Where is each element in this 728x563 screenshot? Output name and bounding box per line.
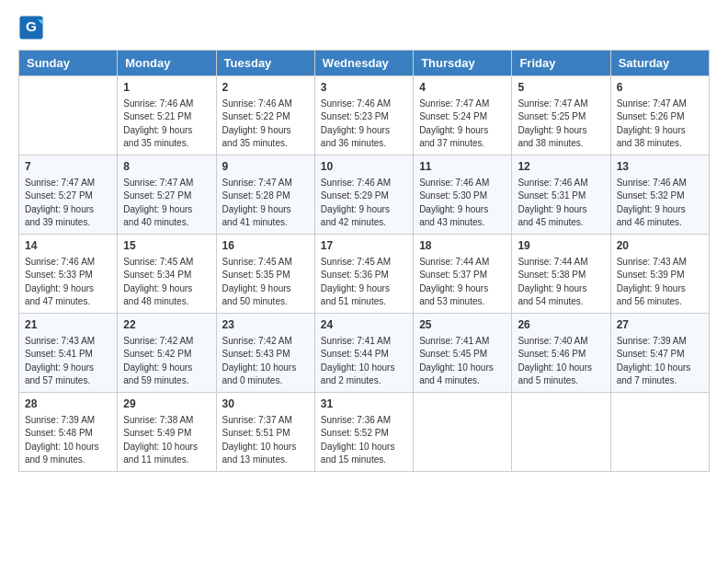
day-number: 30 [222,396,309,412]
day-info: Sunrise: 7:37 AMSunset: 5:51 PMDaylight:… [222,414,309,467]
calendar-body: 1Sunrise: 7:46 AMSunset: 5:21 PMDaylight… [19,76,710,472]
calendar-cell: 17Sunrise: 7:45 AMSunset: 5:36 PMDayligh… [314,235,413,314]
logo: G [18,15,48,40]
calendar-cell: 21Sunrise: 7:43 AMSunset: 5:41 PMDayligh… [19,314,118,393]
day-info: Sunrise: 7:41 AMSunset: 5:45 PMDaylight:… [419,335,506,388]
calendar-cell: 2Sunrise: 7:46 AMSunset: 5:22 PMDaylight… [216,76,314,155]
calendar-cell: 31Sunrise: 7:36 AMSunset: 5:52 PMDayligh… [314,393,413,472]
day-number: 5 [518,80,604,96]
day-number: 14 [25,238,111,254]
day-number: 21 [25,317,111,333]
day-info: Sunrise: 7:46 AMSunset: 5:32 PMDaylight:… [617,177,703,230]
calendar-cell: 12Sunrise: 7:46 AMSunset: 5:31 PMDayligh… [512,155,610,235]
header-thursday: Thursday [414,51,512,76]
day-number: 1 [123,80,210,96]
header-monday: Monday [118,51,216,76]
day-info: Sunrise: 7:44 AMSunset: 5:38 PMDaylight:… [518,256,604,309]
calendar-cell: 8Sunrise: 7:47 AMSunset: 5:27 PMDaylight… [118,155,216,235]
day-number: 26 [518,317,604,333]
week-row-4: 21Sunrise: 7:43 AMSunset: 5:41 PMDayligh… [19,314,710,393]
day-number: 9 [222,159,309,175]
calendar-cell [512,393,610,472]
page: G SundayMondayTuesdayWednesdayThursdayFr… [0,0,728,563]
day-info: Sunrise: 7:47 AMSunset: 5:26 PMDaylight:… [617,98,703,151]
calendar-cell: 3Sunrise: 7:46 AMSunset: 5:23 PMDaylight… [314,76,413,155]
day-info: Sunrise: 7:42 AMSunset: 5:43 PMDaylight:… [222,335,309,388]
day-info: Sunrise: 7:46 AMSunset: 5:21 PMDaylight:… [123,98,210,151]
day-info: Sunrise: 7:41 AMSunset: 5:44 PMDaylight:… [321,335,407,388]
header-tuesday: Tuesday [216,51,314,76]
day-number: 28 [25,396,111,412]
week-row-5: 28Sunrise: 7:39 AMSunset: 5:48 PMDayligh… [19,393,710,472]
day-number: 16 [222,238,309,254]
day-number: 24 [321,317,407,333]
day-info: Sunrise: 7:36 AMSunset: 5:52 PMDaylight:… [321,414,407,467]
calendar-cell: 10Sunrise: 7:46 AMSunset: 5:29 PMDayligh… [314,155,413,235]
header: G [18,15,710,40]
calendar-cell: 5Sunrise: 7:47 AMSunset: 5:25 PMDaylight… [512,76,610,155]
calendar-cell [610,393,709,472]
day-info: Sunrise: 7:45 AMSunset: 5:35 PMDaylight:… [222,256,309,309]
day-info: Sunrise: 7:47 AMSunset: 5:25 PMDaylight:… [518,98,604,151]
day-number: 4 [419,80,506,96]
day-number: 10 [321,159,407,175]
day-number: 13 [617,159,703,175]
day-number: 8 [123,159,210,175]
calendar-cell: 7Sunrise: 7:47 AMSunset: 5:27 PMDaylight… [19,155,118,235]
day-number: 6 [617,80,703,96]
calendar-cell: 9Sunrise: 7:47 AMSunset: 5:28 PMDaylight… [216,155,314,235]
calendar-cell: 26Sunrise: 7:40 AMSunset: 5:46 PMDayligh… [512,314,610,393]
day-number: 11 [419,159,506,175]
calendar-cell: 1Sunrise: 7:46 AMSunset: 5:21 PMDaylight… [118,76,216,155]
day-number: 17 [321,238,407,254]
day-info: Sunrise: 7:42 AMSunset: 5:42 PMDaylight:… [123,335,210,388]
calendar-cell: 11Sunrise: 7:46 AMSunset: 5:30 PMDayligh… [414,155,512,235]
calendar-cell: 14Sunrise: 7:46 AMSunset: 5:33 PMDayligh… [19,235,118,314]
day-number: 12 [518,159,604,175]
calendar-cell: 29Sunrise: 7:38 AMSunset: 5:49 PMDayligh… [118,393,216,472]
calendar-cell: 28Sunrise: 7:39 AMSunset: 5:48 PMDayligh… [19,393,118,472]
calendar-cell: 13Sunrise: 7:46 AMSunset: 5:32 PMDayligh… [610,155,709,235]
day-info: Sunrise: 7:46 AMSunset: 5:22 PMDaylight:… [222,98,309,151]
calendar-cell: 6Sunrise: 7:47 AMSunset: 5:26 PMDaylight… [610,76,709,155]
day-number: 3 [321,80,407,96]
day-info: Sunrise: 7:47 AMSunset: 5:27 PMDaylight:… [25,177,111,230]
day-info: Sunrise: 7:40 AMSunset: 5:46 PMDaylight:… [518,335,604,388]
day-number: 27 [617,317,703,333]
calendar-cell: 19Sunrise: 7:44 AMSunset: 5:38 PMDayligh… [512,235,610,314]
day-number: 25 [419,317,506,333]
day-info: Sunrise: 7:47 AMSunset: 5:24 PMDaylight:… [419,98,506,151]
logo-icon: G [18,15,44,40]
day-info: Sunrise: 7:39 AMSunset: 5:47 PMDaylight:… [617,335,703,388]
calendar-cell [414,393,512,472]
day-info: Sunrise: 7:46 AMSunset: 5:33 PMDaylight:… [25,256,111,309]
calendar-cell: 30Sunrise: 7:37 AMSunset: 5:51 PMDayligh… [216,393,314,472]
header-friday: Friday [512,51,610,76]
calendar-cell: 15Sunrise: 7:45 AMSunset: 5:34 PMDayligh… [118,235,216,314]
day-number: 22 [123,317,210,333]
calendar-cell: 24Sunrise: 7:41 AMSunset: 5:44 PMDayligh… [314,314,413,393]
day-number: 2 [222,80,309,96]
day-info: Sunrise: 7:39 AMSunset: 5:48 PMDaylight:… [25,414,111,467]
week-row-1: 1Sunrise: 7:46 AMSunset: 5:21 PMDaylight… [19,76,710,155]
day-number: 31 [321,396,407,412]
calendar-cell: 16Sunrise: 7:45 AMSunset: 5:35 PMDayligh… [216,235,314,314]
day-info: Sunrise: 7:47 AMSunset: 5:27 PMDaylight:… [123,177,210,230]
day-number: 29 [123,396,210,412]
svg-text:G: G [26,18,37,34]
day-number: 18 [419,238,506,254]
calendar-header: SundayMondayTuesdayWednesdayThursdayFrid… [19,51,710,76]
day-info: Sunrise: 7:47 AMSunset: 5:28 PMDaylight:… [222,177,309,230]
day-info: Sunrise: 7:46 AMSunset: 5:31 PMDaylight:… [518,177,604,230]
day-info: Sunrise: 7:45 AMSunset: 5:36 PMDaylight:… [321,256,407,309]
calendar-cell: 20Sunrise: 7:43 AMSunset: 5:39 PMDayligh… [610,235,709,314]
day-number: 7 [25,159,111,175]
calendar-cell: 27Sunrise: 7:39 AMSunset: 5:47 PMDayligh… [610,314,709,393]
calendar-cell: 25Sunrise: 7:41 AMSunset: 5:45 PMDayligh… [414,314,512,393]
header-sunday: Sunday [19,51,118,76]
day-number: 23 [222,317,309,333]
day-info: Sunrise: 7:46 AMSunset: 5:29 PMDaylight:… [321,177,407,230]
day-info: Sunrise: 7:46 AMSunset: 5:23 PMDaylight:… [321,98,407,151]
day-number: 15 [123,238,210,254]
week-row-3: 14Sunrise: 7:46 AMSunset: 5:33 PMDayligh… [19,235,710,314]
